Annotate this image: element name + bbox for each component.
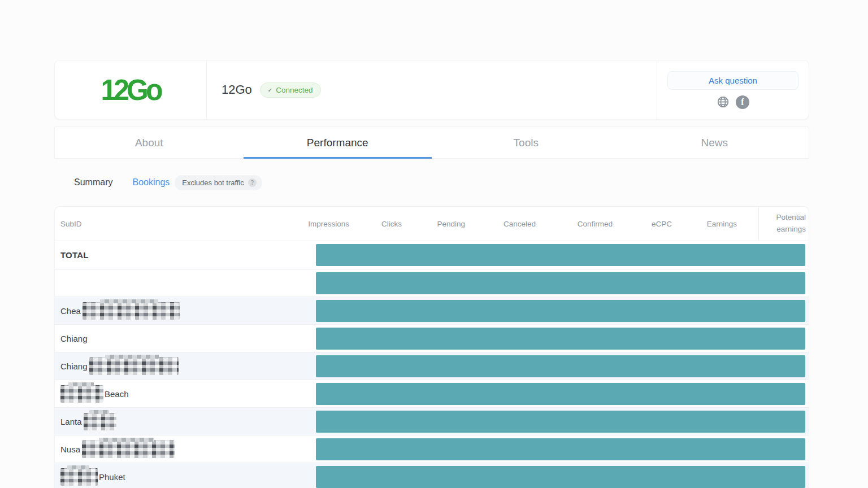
column-header-subid: SubID — [60, 220, 82, 228]
data-cell — [316, 380, 809, 407]
column-header-potential-earnings: Potential earnings — [761, 212, 806, 236]
pixelated-redaction — [83, 302, 180, 320]
table-body: TOTALCheaChiangChiangBeachLantaNusaPhuke… — [55, 241, 809, 488]
pixelated-redaction — [84, 413, 116, 430]
subid-cell: Nusa — [55, 435, 316, 463]
pixelated-redaction — [60, 468, 98, 486]
header-actions: Ask question f — [657, 60, 809, 119]
subid-cell: Beach — [55, 380, 316, 407]
column-header-earnings: Earnings — [707, 220, 737, 228]
facebook-icon[interactable]: f — [736, 95, 749, 109]
subid-cell: Phuket — [55, 463, 316, 488]
table-row: TOTAL — [55, 241, 809, 269]
excludes-bot-traffic-pill: Excludes bot traffic ? — [175, 175, 262, 190]
redacted-data-bar — [316, 244, 805, 266]
redacted-data-bar — [316, 438, 805, 460]
table-row: Lanta — [55, 407, 809, 435]
redacted-data-bar — [316, 272, 805, 294]
help-icon[interactable]: ? — [248, 178, 257, 187]
tab-bar: AboutPerformanceToolsNews — [54, 127, 809, 159]
data-cell — [316, 325, 809, 352]
subid-label: Beach — [105, 389, 129, 399]
redacted-data-bar — [316, 355, 805, 377]
data-cell — [316, 435, 809, 463]
subid-label: Chiang — [60, 361, 88, 371]
ask-question-button[interactable]: Ask question — [667, 71, 798, 90]
column-header-impressions: Impressions — [308, 220, 349, 228]
tab-news[interactable]: News — [620, 127, 809, 158]
data-cell — [316, 241, 809, 269]
partner-name: 12Go — [222, 82, 252, 97]
subid-cell: Chiang — [55, 352, 316, 380]
subid-label: Phuket — [99, 472, 125, 482]
redacted-data-bar — [316, 328, 805, 350]
subid-label: Chea — [60, 306, 81, 316]
pixelated-redaction — [89, 358, 179, 375]
subid-label: Chiang — [60, 334, 88, 343]
table-row: Chiang — [55, 352, 809, 380]
column-header-ecpc: eCPC — [652, 220, 672, 228]
pixelated-redaction — [60, 385, 103, 403]
globe-icon[interactable] — [717, 95, 730, 108]
subid-cell: Lanta — [55, 408, 316, 435]
subid-cell: Chea — [55, 297, 316, 324]
subid-label: Nusa — [60, 445, 80, 454]
12go-logo: 12Go — [101, 73, 160, 107]
status-badge-label: Connected — [276, 86, 313, 94]
column-header-confirmed: Confirmed — [578, 220, 613, 228]
performance-subnav: Summary Bookings Excludes bot traffic ? — [54, 159, 809, 206]
table-row — [55, 269, 809, 297]
table-row: Beach — [55, 380, 809, 407]
tab-performance[interactable]: Performance — [244, 127, 432, 158]
tab-tools[interactable]: Tools — [432, 127, 620, 158]
subnav-item-bookings[interactable]: Bookings — [132, 177, 170, 188]
column-header-clicks: Clicks — [381, 220, 402, 228]
data-cell — [316, 352, 809, 380]
redacted-data-bar — [316, 300, 805, 322]
page: 12Go 12Go ✓ Connected Ask question — [54, 0, 809, 488]
data-cell — [316, 408, 809, 435]
subnav-item-summary[interactable]: Summary — [74, 177, 112, 188]
social-links: f — [717, 95, 749, 109]
subid-label: TOTAL — [60, 250, 89, 260]
logo-cell: 12Go — [55, 60, 207, 119]
data-cell — [316, 463, 809, 488]
subid-label: Lanta — [60, 417, 82, 426]
redacted-data-bar — [316, 383, 805, 405]
data-cell — [316, 297, 809, 324]
redacted-data-bar — [316, 466, 805, 488]
status-badge: ✓ Connected — [260, 82, 321, 98]
partner-header-card: 12Go 12Go ✓ Connected Ask question — [54, 60, 809, 120]
pill-label: Excludes bot traffic — [182, 178, 244, 187]
partner-info: 12Go ✓ Connected — [207, 60, 657, 119]
tab-about[interactable]: About — [55, 127, 244, 158]
subid-cell: TOTAL — [55, 241, 316, 269]
column-divider — [758, 207, 759, 241]
subid-cell — [55, 269, 316, 297]
table-row: Nusa — [55, 435, 809, 463]
table-row: Chiang — [55, 324, 809, 352]
table-header: SubIDImpressionsClicksPendingCanceledCon… — [55, 207, 809, 241]
subid-cell: Chiang — [55, 325, 316, 352]
redacted-data-bar — [316, 411, 805, 433]
table-row: Phuket — [55, 463, 809, 488]
column-header-pending: Pending — [437, 220, 465, 228]
bookings-table: SubIDImpressionsClicksPendingCanceledCon… — [54, 206, 809, 488]
column-header-canceled: Canceled — [504, 220, 536, 228]
check-icon: ✓ — [268, 87, 272, 93]
pixelated-redaction — [82, 441, 175, 458]
table-row: Chea — [55, 297, 809, 324]
data-cell — [316, 269, 809, 297]
